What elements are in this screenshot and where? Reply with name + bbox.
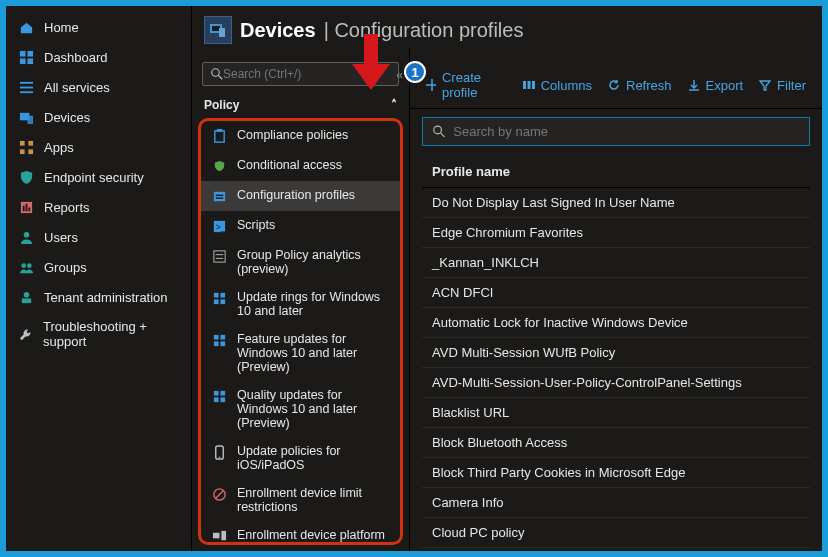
users-icon	[18, 229, 34, 245]
policy-item-scripts[interactable]: >_Scripts	[201, 211, 400, 241]
policy-label: Conditional access	[237, 158, 390, 172]
policy-item-enrollment-device-limit-restrictions[interactable]: Enrollment device limit restrictions	[201, 479, 400, 521]
svg-point-70	[434, 126, 442, 134]
gpo-icon	[211, 248, 227, 264]
table-row[interactable]: Do Not Display Last Signed In User Name	[422, 188, 810, 218]
policy-item-compliance-policies[interactable]: Compliance policies	[201, 121, 400, 151]
table-row[interactable]: _Kannan_INKLCH	[422, 248, 810, 278]
svg-rect-15	[25, 203, 27, 211]
svg-rect-65	[527, 81, 530, 89]
policy-label: Group Policy analytics (preview)	[237, 248, 390, 276]
svg-rect-2	[19, 58, 25, 64]
svg-line-54	[215, 490, 223, 498]
svg-marker-28	[352, 64, 390, 90]
policy-item-configuration-profiles[interactable]: Configuration profiles	[201, 181, 400, 211]
svg-text:>_: >_	[215, 222, 225, 232]
devices-header-icon	[204, 16, 232, 44]
nav-item-tenant-administration[interactable]: Tenant administration	[6, 282, 191, 312]
profiles-search-input[interactable]	[453, 124, 799, 139]
policy-item-enrollment-device-platform-restrictions[interactable]: Enrollment device platform restrictions	[201, 521, 400, 545]
svg-point-18	[21, 263, 26, 268]
table-row[interactable]: Cloud PC RDP Settings Policy	[422, 548, 810, 551]
svg-rect-23	[212, 26, 220, 31]
svg-rect-32	[215, 194, 223, 195]
profiles-search[interactable]	[422, 117, 810, 146]
nav-item-troubleshooting-support[interactable]: Troubleshooting + support	[6, 312, 191, 356]
nav-item-dashboard[interactable]: Dashboard	[6, 42, 191, 72]
primary-navigation: HomeDashboardAll servicesDevicesAppsEndp…	[6, 6, 192, 551]
page-title: Devices	[240, 19, 316, 42]
table-row[interactable]: ACN DFCI	[422, 278, 810, 308]
policy-label: Scripts	[237, 218, 390, 232]
policy-item-quality-updates-for-windows-and-later-preview[interactable]: Quality updates for Windows 10 and later…	[201, 381, 400, 437]
policy-label: Enrollment device platform restrictions	[237, 528, 390, 545]
table-row[interactable]: Edge Chromium Favorites	[422, 218, 810, 248]
script-icon: >_	[211, 218, 227, 234]
svg-rect-41	[213, 299, 218, 304]
svg-rect-8	[27, 115, 33, 123]
collapse-blade-button[interactable]: «	[396, 68, 403, 82]
table-row[interactable]: Block Third Party Cookies in Microsoft E…	[422, 458, 810, 488]
ios-icon	[211, 444, 227, 460]
policy-item-feature-updates-for-windows-and-later-preview[interactable]: Feature updates for Windows 10 and later…	[201, 325, 400, 381]
nav-item-devices[interactable]: Devices	[6, 102, 191, 132]
search-icon	[211, 68, 223, 80]
profiles-list: Do Not Display Last Signed In User NameE…	[422, 188, 810, 551]
refresh-button[interactable]: Refresh	[608, 78, 672, 93]
columns-button[interactable]: Columns	[523, 78, 592, 93]
policy-item-group-policy-analytics-preview[interactable]: Group Policy analytics (preview)	[201, 241, 400, 283]
apps-icon	[18, 139, 34, 155]
nav-item-reports[interactable]: Reports	[6, 192, 191, 222]
svg-marker-69	[760, 81, 770, 90]
policy-item-update-policies-for-ios-ipados[interactable]: Update policies for iOS/iPadOS	[201, 437, 400, 479]
svg-rect-43	[213, 334, 218, 339]
nav-item-apps[interactable]: Apps	[6, 132, 191, 162]
policy-item-conditional-access[interactable]: Conditional access	[201, 151, 400, 181]
policy-label: Configuration profiles	[237, 188, 390, 202]
nav-item-all-services[interactable]: All services	[6, 72, 191, 102]
table-row[interactable]: Automatic Lock for Inactive Windows Devi…	[422, 308, 810, 338]
table-row[interactable]: Block Bluetooth Access	[422, 428, 810, 458]
svg-rect-29	[214, 130, 223, 141]
table-row[interactable]: AVD Multi-Session WUfB Policy	[422, 338, 810, 368]
svg-rect-45	[213, 341, 218, 346]
annotation-arrow	[346, 34, 394, 94]
devices-icon	[18, 109, 34, 125]
svg-point-19	[26, 263, 31, 268]
home-icon	[18, 19, 34, 35]
table-row[interactable]: Cloud PC policy	[422, 518, 810, 548]
shield-icon	[18, 169, 34, 185]
config-icon	[211, 188, 227, 204]
search-icon	[433, 125, 445, 138]
create-profile-button[interactable]: Create profile	[426, 70, 507, 100]
nav-item-home[interactable]: Home	[6, 12, 191, 42]
nav-label: Reports	[44, 200, 90, 215]
column-header-profile-name[interactable]: Profile name	[422, 156, 810, 188]
nav-item-endpoint-security[interactable]: Endpoint security	[6, 162, 191, 192]
svg-point-52	[218, 456, 220, 458]
nav-item-groups[interactable]: Groups	[6, 252, 191, 282]
svg-rect-39	[213, 292, 218, 297]
table-row[interactable]: Camera Info	[422, 488, 810, 518]
svg-rect-27	[364, 34, 378, 66]
list-icon	[18, 79, 34, 95]
columns-icon	[523, 79, 535, 91]
svg-rect-9	[19, 140, 24, 145]
limit-icon	[211, 486, 227, 502]
tenant-icon	[18, 289, 34, 305]
filter-button[interactable]: Filter	[759, 78, 806, 93]
table-row[interactable]: AVD-Multi-Session-User-Policy-ControlPan…	[422, 368, 810, 398]
nav-label: Troubleshooting + support	[43, 319, 179, 349]
blade-search-input[interactable]	[223, 67, 303, 81]
nav-item-users[interactable]: Users	[6, 222, 191, 252]
svg-rect-14	[22, 205, 24, 211]
clipboard-icon	[211, 128, 227, 144]
nav-label: Groups	[44, 260, 87, 275]
svg-rect-0	[19, 50, 25, 56]
policy-section-header[interactable]: Policy ˄	[192, 92, 409, 118]
refresh-icon	[608, 79, 620, 91]
export-button[interactable]: Export	[688, 78, 744, 93]
table-row[interactable]: Blacklist URL	[422, 398, 810, 428]
policy-item-update-rings-for-windows-and-later[interactable]: Update rings for Windows 10 and later	[201, 283, 400, 325]
platform-icon	[211, 528, 227, 544]
